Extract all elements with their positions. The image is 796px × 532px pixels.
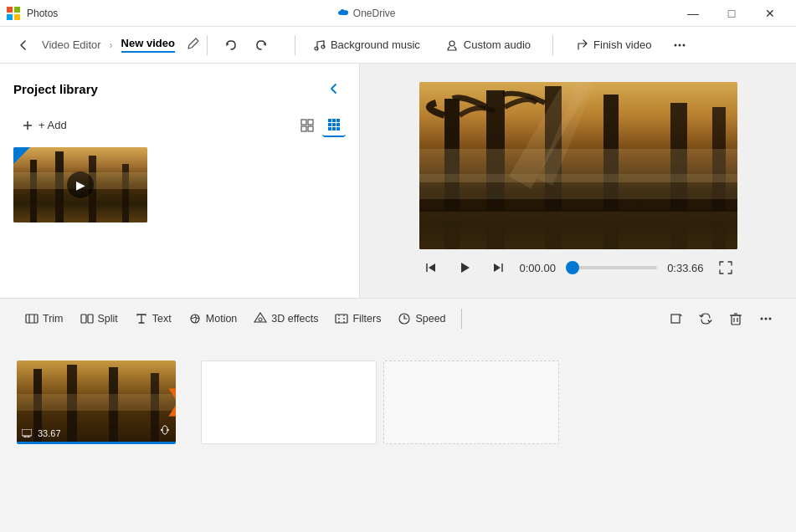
speed-button[interactable]: Speed <box>389 307 454 330</box>
bottom-section: Trim Split Text Motion <box>0 298 796 465</box>
svg-rect-39 <box>419 174 737 199</box>
maximize-button[interactable]: □ <box>712 0 751 27</box>
appbar-commands: Background music Custom audio Finish vid… <box>302 32 694 59</box>
video-thumbnail[interactable]: ▶ <box>13 147 147 223</box>
svg-rect-73 <box>17 394 176 411</box>
svg-rect-15 <box>308 126 313 131</box>
preview-scene-svg <box>419 82 737 249</box>
text-icon <box>135 312 148 325</box>
timeline-clip[interactable]: 33.67 ❯ <box>17 361 176 444</box>
rotate-icon <box>669 312 682 325</box>
svg-rect-14 <box>301 126 306 131</box>
step-back-button[interactable] <box>419 256 443 279</box>
add-button[interactable]: + Add <box>13 114 75 136</box>
toolbar-more-button[interactable] <box>752 305 779 332</box>
app-title: Photos <box>27 8 58 19</box>
svg-rect-22 <box>328 127 331 130</box>
step-forward-icon <box>491 261 505 274</box>
clip-audio-icon <box>159 424 171 438</box>
toolbar-right <box>662 305 779 332</box>
background-music-label: Background music <box>331 38 420 51</box>
svg-point-65 <box>761 318 763 320</box>
svg-rect-13 <box>308 120 313 125</box>
svg-rect-12 <box>301 120 306 125</box>
svg-point-6 <box>449 41 454 46</box>
rotate-button[interactable] <box>662 305 689 332</box>
step-forward-button[interactable] <box>486 256 510 279</box>
back-icon <box>17 38 30 52</box>
collapse-panel-button[interactable] <box>322 77 346 100</box>
compact-view-button[interactable] <box>322 114 346 137</box>
svg-rect-21 <box>336 123 340 126</box>
back-button[interactable] <box>10 32 37 59</box>
video-controls: 0:00.00 0:33.66 <box>419 256 737 279</box>
motion-label: Motion <box>206 313 238 325</box>
fullscreen-icon <box>719 261 732 274</box>
undo-icon <box>223 38 239 53</box>
text-button[interactable]: Text <box>126 307 180 330</box>
appbar-more-button[interactable] <box>666 32 693 59</box>
fullscreen-button[interactable] <box>714 256 737 279</box>
undo-redo-group <box>200 32 275 59</box>
undo-button[interactable] <box>218 32 244 59</box>
filters-button[interactable]: Filters <box>326 307 389 330</box>
speed-label: Speed <box>415 313 445 325</box>
close-button[interactable]: ✕ <box>751 0 789 27</box>
seek-bar[interactable] <box>566 266 657 269</box>
svg-point-9 <box>683 43 686 46</box>
svg-marker-46 <box>494 263 501 272</box>
play-icon <box>458 261 471 274</box>
background-music-button[interactable]: Background music <box>302 33 430 57</box>
svg-rect-23 <box>332 127 336 130</box>
toolbar-divider <box>461 309 462 329</box>
add-label: + Add <box>39 119 67 131</box>
play-button[interactable] <box>453 256 476 279</box>
svg-rect-50 <box>81 315 86 323</box>
svg-point-52 <box>191 315 199 323</box>
redo-button[interactable] <box>248 32 275 59</box>
grid-view-button[interactable] <box>295 114 319 137</box>
custom-audio-button[interactable]: Custom audio <box>435 33 541 57</box>
minimize-button[interactable]: — <box>674 0 712 27</box>
main-content: Project library + Add <box>0 64 796 298</box>
delete-button[interactable] <box>722 305 749 332</box>
left-panel: Project library + Add <box>0 64 360 298</box>
svg-rect-59 <box>671 315 680 323</box>
preview-video <box>419 82 737 249</box>
svg-rect-55 <box>336 315 347 323</box>
split-button[interactable]: Split <box>72 307 126 330</box>
svg-rect-17 <box>332 119 336 122</box>
split-icon <box>80 312 94 325</box>
timeline: 33.67 ❯ <box>0 339 796 465</box>
breadcrumb-separator: › <box>110 39 113 51</box>
timeline-empty-slot-1[interactable] <box>201 361 377 444</box>
play-overlay[interactable]: ▶ <box>67 171 94 198</box>
seek-thumb[interactable] <box>566 261 579 274</box>
clip-monitor-icon: 33.67 <box>22 428 61 438</box>
trim-button[interactable]: Trim <box>17 307 72 330</box>
finish-video-button[interactable]: Finish video <box>565 33 661 57</box>
motion-button[interactable]: Motion <box>180 307 246 330</box>
library-items: ▶ <box>13 147 346 223</box>
svg-rect-19 <box>328 123 331 126</box>
step-back-icon <box>424 261 438 274</box>
share-icon <box>575 38 588 52</box>
compact-grid-icon <box>327 118 341 131</box>
audio-wave-icon <box>159 424 171 436</box>
onedrive-label: OneDrive <box>353 8 396 19</box>
onedrive-area: OneDrive <box>336 8 396 19</box>
svg-rect-24 <box>336 127 340 130</box>
svg-rect-2 <box>7 14 13 20</box>
svg-rect-20 <box>332 123 336 126</box>
svg-point-66 <box>765 318 768 320</box>
effects-icon <box>254 312 267 325</box>
redo-icon <box>254 38 269 53</box>
breadcrumb-current: New video <box>121 37 175 53</box>
3d-effects-button[interactable]: 3D effects <box>245 307 326 330</box>
svg-rect-26 <box>30 160 37 223</box>
svg-point-8 <box>679 43 681 46</box>
custom-audio-label: Custom audio <box>464 38 531 51</box>
loop-button[interactable] <box>692 305 719 332</box>
edit-icon[interactable] <box>187 37 200 53</box>
svg-point-7 <box>675 43 677 46</box>
